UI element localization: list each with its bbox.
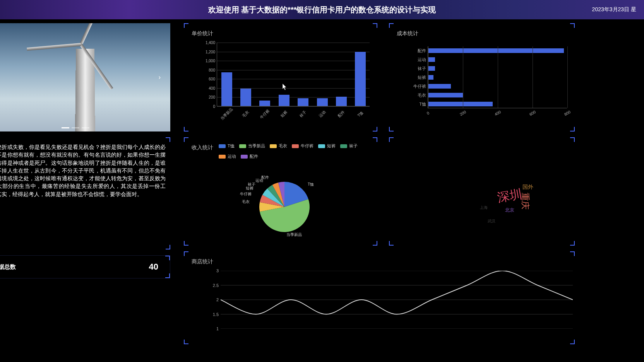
data-total-panel: 数据总数 40 xyxy=(0,255,170,278)
page-title: 欢迎使用 基于大数据的***银行信用卡用户的数仓系统的设计与实现 xyxy=(208,5,436,15)
hbar-chart-title: 成本统计 xyxy=(389,23,575,41)
carousel-panel: › xyxy=(0,23,170,131)
bar-chart-panel: 单价统计 02004006008001,0001,2001,400当季新品毛衣牛… xyxy=(184,23,377,131)
text-panel: 遇到挫折或失败，你是看见失败还是看见机会？挫折是我们每个人成长的必经历不是你想有… xyxy=(0,137,170,249)
bar-chart-title: 单价统计 xyxy=(184,23,377,41)
line-chart-title: 商店统计 xyxy=(184,251,575,269)
pie-chart xyxy=(253,176,315,238)
data-total-label: 数据总数 xyxy=(0,263,16,271)
pie-chart-title: 收入统计 xyxy=(184,137,213,155)
carousel-next-icon[interactable]: › xyxy=(159,74,161,81)
pie-chart-panel: 收入统计 T恤当季新品毛衣牛仔裤短裤袜子运动配件 T恤当季新品毛衣牛仔裤短裤袜子… xyxy=(184,137,377,246)
hbar-chart-panel: 成本统计 配件运动袜子短裤牛仔裤毛衣T恤0200400600800 xyxy=(389,23,575,131)
text-body: 遇到挫折或失败，你是看见失败还是看见机会？挫折是我们每个人成长的必经历不是你想有… xyxy=(0,143,166,198)
wordcloud-panel: 深圳重庆国外北京上海武汉 xyxy=(389,137,575,246)
header-date: 2023年3月23日 星 xyxy=(592,6,636,13)
line-chart-panel: 商店统计 11.522.53 xyxy=(184,251,575,344)
data-total-value: 40 xyxy=(149,262,158,272)
carousel-dots[interactable] xyxy=(62,127,89,128)
cursor-icon xyxy=(283,84,287,90)
header: 欢迎使用 基于大数据的***银行信用卡用户的数仓系统的设计与实现 2023年3月… xyxy=(0,0,644,19)
